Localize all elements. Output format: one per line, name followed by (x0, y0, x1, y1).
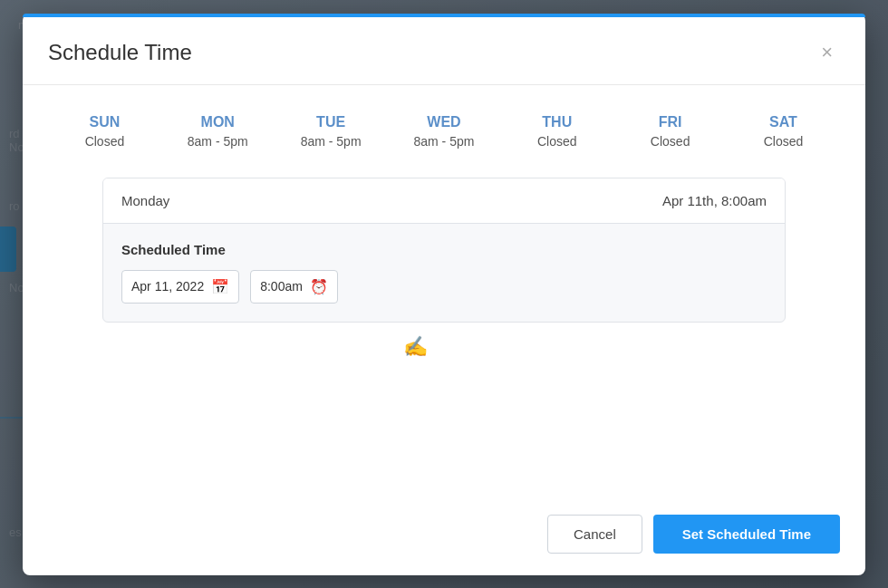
day-hours-mon: 8am - 5pm (188, 134, 248, 149)
time-input-text: 8:00am (260, 279, 303, 294)
cursor-hand-icon: ✍ (403, 335, 428, 359)
scheduled-time-label: Scheduled Time (121, 242, 767, 257)
date-input-text: Apr 11, 2022 (131, 279, 204, 294)
day-col-tue: TUE 8am - 5pm (285, 114, 376, 149)
schedule-header-row: Monday Apr 11th, 8:00am (103, 178, 785, 224)
day-name-sun: SUN (90, 114, 121, 130)
day-hours-tue: 8am - 5pm (301, 134, 362, 149)
cancel-button[interactable]: Cancel (547, 515, 642, 554)
day-name-sat: SAT (769, 114, 797, 130)
schedule-time-modal: Schedule Time × SUN Closed MON 8am - 5pm… (23, 14, 865, 575)
clock-icon: ⏰ (310, 278, 328, 295)
day-hours-sun: Closed (85, 134, 125, 149)
modal-footer: Cancel Set Scheduled Time (23, 500, 865, 575)
schedule-day-label: Monday (121, 193, 169, 208)
modal-backdrop: Schedule Time × SUN Closed MON 8am - 5pm… (0, 0, 888, 588)
date-input-wrapper[interactable]: Apr 11, 2022 📅 (121, 270, 239, 304)
day-hours-fri: Closed (651, 134, 690, 149)
day-name-wed: WED (427, 114, 460, 130)
schedule-body: Scheduled Time Apr 11, 2022 📅 8:00am ⏰ (103, 224, 785, 322)
calendar-icon: 📅 (211, 278, 229, 295)
day-col-thu: THU Closed (512, 114, 603, 149)
time-input-wrapper[interactable]: 8:00am ⏰ (250, 270, 338, 304)
day-col-wed: WED 8am - 5pm (399, 114, 489, 149)
day-col-sun: SUN Closed (59, 114, 150, 149)
day-hours-wed: 8am - 5pm (413, 134, 474, 149)
day-col-sat: SAT Closed (738, 114, 828, 149)
day-name-tue: TUE (316, 114, 345, 130)
set-scheduled-time-button[interactable]: Set Scheduled Time (653, 515, 840, 554)
close-button[interactable]: × (814, 39, 840, 66)
schedule-inputs: Apr 11, 2022 📅 8:00am ⏰ (121, 270, 767, 304)
schedule-date-label: Apr 11th, 8:00am (662, 193, 767, 208)
day-hours-sat: Closed (764, 134, 804, 149)
day-col-fri: FRI Closed (625, 114, 716, 149)
day-name-mon: MON (201, 114, 235, 130)
schedule-panel: Monday Apr 11th, 8:00am Scheduled Time A… (102, 178, 786, 323)
day-hours-thu: Closed (537, 134, 577, 149)
day-col-mon: MON 8am - 5pm (172, 114, 263, 149)
days-row: SUN Closed MON 8am - 5pm TUE 8am - 5pm W… (48, 114, 840, 149)
modal-title: Schedule Time (48, 40, 192, 65)
day-name-thu: THU (542, 114, 572, 130)
day-name-fri: FRI (659, 114, 682, 130)
modal-body: SUN Closed MON 8am - 5pm TUE 8am - 5pm W… (23, 85, 865, 500)
modal-header: Schedule Time × (23, 17, 865, 85)
